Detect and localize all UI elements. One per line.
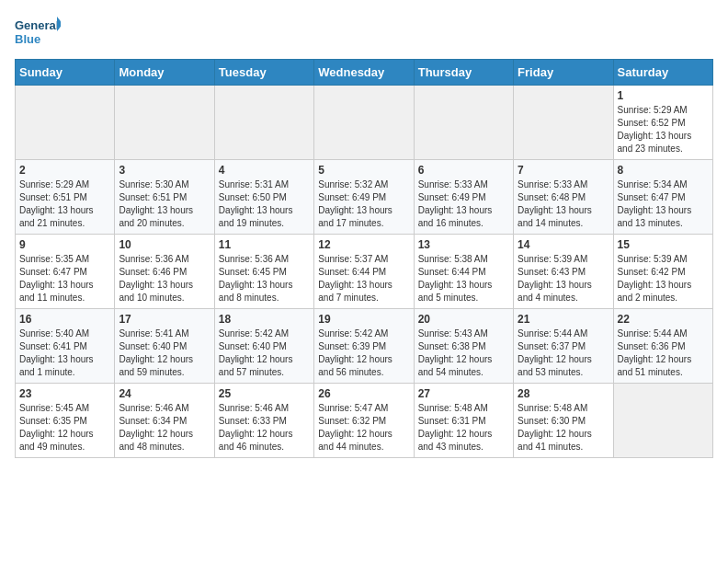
calendar-week-row: 1Sunrise: 5:29 AM Sunset: 6:52 PM Daylig…: [16, 86, 713, 160]
day-info: Sunrise: 5:29 AM Sunset: 6:51 PM Dayligh…: [19, 178, 110, 230]
day-info: Sunrise: 5:39 AM Sunset: 6:42 PM Dayligh…: [618, 253, 709, 304]
day-number: 17: [119, 313, 210, 326]
day-number: 9: [19, 238, 110, 251]
calendar-cell: 15Sunrise: 5:39 AM Sunset: 6:42 PM Dayli…: [613, 235, 712, 309]
day-info: Sunrise: 5:42 AM Sunset: 6:40 PM Dayligh…: [219, 327, 310, 379]
day-number: 8: [618, 164, 709, 177]
day-number: 4: [219, 164, 310, 177]
day-number: 19: [318, 313, 409, 326]
calendar-cell: 4Sunrise: 5:31 AM Sunset: 6:50 PM Daylig…: [214, 160, 313, 235]
column-header-monday: Monday: [115, 60, 214, 86]
calendar-cell: 18Sunrise: 5:42 AM Sunset: 6:40 PM Dayli…: [214, 309, 313, 384]
svg-text:Blue: Blue: [15, 32, 40, 46]
calendar-cell: 28Sunrise: 5:48 AM Sunset: 6:30 PM Dayli…: [514, 384, 613, 458]
day-info: Sunrise: 5:46 AM Sunset: 6:34 PM Dayligh…: [119, 402, 210, 454]
day-number: 13: [418, 238, 509, 251]
day-number: 18: [219, 313, 310, 326]
day-number: 28: [518, 387, 609, 400]
calendar-cell: 6Sunrise: 5:33 AM Sunset: 6:49 PM Daylig…: [414, 160, 513, 235]
day-info: Sunrise: 5:44 AM Sunset: 6:37 PM Dayligh…: [518, 327, 609, 379]
column-header-thursday: Thursday: [414, 60, 513, 86]
day-number: 22: [618, 313, 709, 326]
day-number: 15: [618, 238, 709, 251]
day-info: Sunrise: 5:38 AM Sunset: 6:44 PM Dayligh…: [418, 253, 509, 304]
day-info: Sunrise: 5:43 AM Sunset: 6:38 PM Dayligh…: [418, 327, 509, 379]
day-info: Sunrise: 5:29 AM Sunset: 6:52 PM Dayligh…: [618, 104, 709, 155]
day-number: 16: [19, 313, 110, 326]
calendar-week-row: 9Sunrise: 5:35 AM Sunset: 6:47 PM Daylig…: [16, 235, 713, 309]
day-info: Sunrise: 5:48 AM Sunset: 6:31 PM Dayligh…: [418, 402, 509, 454]
day-number: 12: [318, 238, 409, 251]
calendar-cell: 20Sunrise: 5:43 AM Sunset: 6:38 PM Dayli…: [414, 309, 513, 384]
calendar-cell: 23Sunrise: 5:45 AM Sunset: 6:35 PM Dayli…: [16, 384, 115, 458]
calendar-cell: 21Sunrise: 5:44 AM Sunset: 6:37 PM Dayli…: [514, 309, 613, 384]
day-info: Sunrise: 5:35 AM Sunset: 6:47 PM Dayligh…: [19, 253, 110, 304]
day-number: 7: [518, 164, 609, 177]
day-number: 5: [318, 164, 409, 177]
calendar-cell: 27Sunrise: 5:48 AM Sunset: 6:31 PM Dayli…: [414, 384, 513, 458]
calendar-cell: 3Sunrise: 5:30 AM Sunset: 6:51 PM Daylig…: [115, 160, 214, 235]
calendar-cell: 22Sunrise: 5:44 AM Sunset: 6:36 PM Dayli…: [613, 309, 712, 384]
page-header: General Blue: [15, 15, 713, 50]
day-info: Sunrise: 5:47 AM Sunset: 6:32 PM Dayligh…: [318, 402, 409, 454]
calendar-cell: 26Sunrise: 5:47 AM Sunset: 6:32 PM Dayli…: [314, 384, 414, 458]
calendar-cell: 5Sunrise: 5:32 AM Sunset: 6:49 PM Daylig…: [314, 160, 414, 235]
calendar-cell: 24Sunrise: 5:46 AM Sunset: 6:34 PM Dayli…: [115, 384, 214, 458]
calendar-cell: 12Sunrise: 5:37 AM Sunset: 6:44 PM Dayli…: [314, 235, 414, 309]
calendar-cell: 16Sunrise: 5:40 AM Sunset: 6:41 PM Dayli…: [16, 309, 115, 384]
day-info: Sunrise: 5:44 AM Sunset: 6:36 PM Dayligh…: [618, 327, 709, 379]
calendar-week-row: 2Sunrise: 5:29 AM Sunset: 6:51 PM Daylig…: [16, 160, 713, 235]
calendar-cell: [613, 384, 712, 458]
logo: General Blue: [15, 15, 61, 50]
day-number: 14: [518, 238, 609, 251]
calendar-cell: 7Sunrise: 5:33 AM Sunset: 6:48 PM Daylig…: [514, 160, 613, 235]
calendar-cell: [414, 86, 513, 160]
day-info: Sunrise: 5:33 AM Sunset: 6:49 PM Dayligh…: [418, 178, 509, 230]
svg-text:General: General: [15, 18, 59, 32]
day-number: 25: [219, 387, 310, 400]
calendar-cell: [314, 86, 414, 160]
calendar-cell: 2Sunrise: 5:29 AM Sunset: 6:51 PM Daylig…: [16, 160, 115, 235]
day-info: Sunrise: 5:39 AM Sunset: 6:43 PM Dayligh…: [518, 253, 609, 304]
column-header-sunday: Sunday: [16, 60, 115, 86]
column-header-tuesday: Tuesday: [214, 60, 313, 86]
day-number: 10: [119, 238, 210, 251]
calendar-header-row: SundayMondayTuesdayWednesdayThursdayFrid…: [16, 60, 713, 86]
calendar-cell: 8Sunrise: 5:34 AM Sunset: 6:47 PM Daylig…: [613, 160, 712, 235]
day-number: 3: [119, 164, 210, 177]
day-number: 24: [119, 387, 210, 400]
logo-svg: General Blue: [15, 15, 61, 50]
day-info: Sunrise: 5:48 AM Sunset: 6:30 PM Dayligh…: [518, 402, 609, 454]
column-header-friday: Friday: [514, 60, 613, 86]
calendar-cell: 9Sunrise: 5:35 AM Sunset: 6:47 PM Daylig…: [16, 235, 115, 309]
day-info: Sunrise: 5:40 AM Sunset: 6:41 PM Dayligh…: [19, 327, 110, 379]
day-info: Sunrise: 5:31 AM Sunset: 6:50 PM Dayligh…: [219, 178, 310, 230]
day-info: Sunrise: 5:36 AM Sunset: 6:45 PM Dayligh…: [219, 253, 310, 304]
calendar-cell: 10Sunrise: 5:36 AM Sunset: 6:46 PM Dayli…: [115, 235, 214, 309]
day-info: Sunrise: 5:37 AM Sunset: 6:44 PM Dayligh…: [318, 253, 409, 304]
calendar-cell: 14Sunrise: 5:39 AM Sunset: 6:43 PM Dayli…: [514, 235, 613, 309]
calendar-cell: 11Sunrise: 5:36 AM Sunset: 6:45 PM Dayli…: [214, 235, 313, 309]
calendar-cell: 1Sunrise: 5:29 AM Sunset: 6:52 PM Daylig…: [613, 86, 712, 160]
day-info: Sunrise: 5:32 AM Sunset: 6:49 PM Dayligh…: [318, 178, 409, 230]
calendar-cell: 19Sunrise: 5:42 AM Sunset: 6:39 PM Dayli…: [314, 309, 414, 384]
day-number: 26: [318, 387, 409, 400]
day-number: 27: [418, 387, 509, 400]
day-number: 20: [418, 313, 509, 326]
calendar-week-row: 23Sunrise: 5:45 AM Sunset: 6:35 PM Dayli…: [16, 384, 713, 458]
day-info: Sunrise: 5:42 AM Sunset: 6:39 PM Dayligh…: [318, 327, 409, 379]
calendar-table: SundayMondayTuesdayWednesdayThursdayFrid…: [15, 59, 713, 458]
calendar-cell: [514, 86, 613, 160]
calendar-week-row: 16Sunrise: 5:40 AM Sunset: 6:41 PM Dayli…: [16, 309, 713, 384]
day-info: Sunrise: 5:41 AM Sunset: 6:40 PM Dayligh…: [119, 327, 210, 379]
day-info: Sunrise: 5:34 AM Sunset: 6:47 PM Dayligh…: [618, 178, 709, 230]
day-number: 1: [618, 89, 709, 102]
calendar-cell: 25Sunrise: 5:46 AM Sunset: 6:33 PM Dayli…: [214, 384, 313, 458]
column-header-saturday: Saturday: [613, 60, 712, 86]
day-number: 2: [19, 164, 110, 177]
day-info: Sunrise: 5:45 AM Sunset: 6:35 PM Dayligh…: [19, 402, 110, 454]
calendar-cell: 13Sunrise: 5:38 AM Sunset: 6:44 PM Dayli…: [414, 235, 513, 309]
day-number: 21: [518, 313, 609, 326]
calendar-cell: 17Sunrise: 5:41 AM Sunset: 6:40 PM Dayli…: [115, 309, 214, 384]
calendar-cell: [214, 86, 313, 160]
